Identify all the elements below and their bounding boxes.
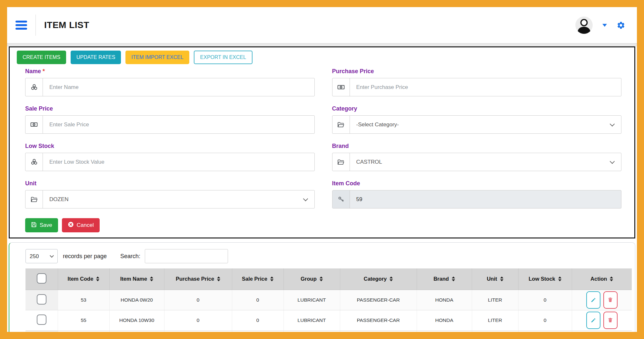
sort-icon: [217, 276, 220, 281]
edit-icon: [590, 297, 596, 303]
purchase-price-label: Purchase Price: [332, 68, 622, 75]
name-field-group: Name *: [25, 68, 315, 96]
unit-field-group: Unit DOZEN: [25, 180, 315, 208]
col-purchase-price[interactable]: Purchase Price: [164, 268, 232, 290]
category-field-group: Category -Select Category-: [332, 105, 622, 134]
edit-button[interactable]: [586, 312, 600, 329]
sort-icon: [320, 276, 323, 281]
cell-low-stock: 0: [518, 310, 572, 330]
delete-button[interactable]: [603, 291, 618, 309]
items-table: Item Code Item Name Purchase Price Sale …: [25, 268, 632, 339]
table-row: 55 HONDA 10W30 0 0 LUBRICANT PASSENGER-C…: [25, 310, 632, 330]
create-items-button[interactable]: CREATE ITEMS: [17, 51, 66, 64]
low-stock-label: Low Stock: [25, 143, 315, 150]
chevron-down-icon[interactable]: [602, 24, 607, 27]
sort-icon: [150, 276, 153, 281]
table-controls: 250 records per page Search:: [25, 249, 625, 263]
header: ITEM LIST: [7, 7, 637, 43]
records-per-page-label: records per page: [63, 253, 107, 260]
col-item-code[interactable]: Item Code: [58, 268, 109, 290]
sort-icon: [390, 276, 393, 281]
sort-icon: [500, 276, 503, 281]
folder-icon: [332, 153, 350, 171]
sort-icon: [452, 276, 455, 281]
unit-label: Unit: [25, 180, 315, 187]
export-in-excel-button[interactable]: EXPORT IN EXCEL: [194, 51, 253, 64]
cancel-icon: [68, 221, 74, 229]
brand-select[interactable]: CASTROL: [350, 153, 621, 171]
user-avatar[interactable]: [575, 16, 593, 34]
cell-item-name: HONDA 10W30: [109, 310, 164, 330]
cell-unit: LITER: [472, 310, 518, 330]
cell-group: LUBRICANT: [283, 310, 340, 330]
name-input[interactable]: [43, 78, 314, 96]
cell-category: PASSENGER-CAR: [340, 290, 417, 310]
sale-price-label: Sale Price: [25, 105, 315, 112]
sale-price-input[interactable]: [43, 116, 314, 133]
cell-brand: HONDA: [417, 310, 472, 330]
cell-low-stock: 0: [518, 290, 572, 310]
cell-item-name: HONDA 0W20: [109, 290, 164, 310]
cubes-icon: [25, 78, 43, 96]
search-input[interactable]: [145, 249, 228, 263]
col-brand[interactable]: Brand: [417, 268, 472, 290]
cell-purchase-price: 0: [164, 290, 232, 310]
required-asterisk: *: [43, 68, 45, 74]
item-import-excel-button[interactable]: ITEM IMPORT EXCEL: [125, 51, 189, 64]
col-group[interactable]: Group: [283, 268, 340, 290]
cell-sale-price: 0: [232, 310, 283, 330]
row-checkbox[interactable]: [37, 294, 46, 305]
cell-category: PASSENGER-CAR: [340, 310, 417, 330]
page-size-select[interactable]: 250: [25, 249, 58, 263]
save-button[interactable]: Save: [25, 218, 58, 232]
app-window: ITEM LIST CREATE ITEMS UPDATE RATES ITE: [0, 0, 644, 339]
header-actions: [575, 16, 625, 34]
select-all-checkbox[interactable]: [37, 273, 46, 284]
purchase-price-input[interactable]: [350, 78, 621, 96]
cell-brand: HONDA: [417, 290, 472, 310]
cell-purchase-price: 0: [164, 310, 232, 330]
col-low-stock[interactable]: Low Stock: [518, 268, 572, 290]
money-bill-icon: [25, 116, 43, 133]
edit-button[interactable]: [586, 291, 600, 309]
col-category[interactable]: Category: [340, 268, 417, 290]
col-action[interactable]: Action: [572, 268, 632, 290]
folder-icon: [332, 116, 350, 133]
col-unit[interactable]: Unit: [472, 268, 518, 290]
item-code-input: [350, 190, 621, 208]
cancel-button[interactable]: Cancel: [62, 218, 100, 232]
delete-button[interactable]: [603, 312, 618, 329]
brand-label: Brand: [332, 143, 622, 150]
settings-gear-icon[interactable]: [617, 21, 625, 30]
cell-item-code: 55: [58, 310, 109, 330]
cell-unit: LITER: [472, 290, 518, 310]
key-icon: [332, 190, 350, 208]
col-sale-price[interactable]: Sale Price: [232, 268, 283, 290]
sort-icon: [558, 276, 561, 281]
category-label: Category: [332, 105, 622, 112]
low-stock-input[interactable]: [43, 153, 314, 171]
category-select[interactable]: -Select Category-: [350, 116, 621, 133]
menu-icon[interactable]: [15, 21, 27, 30]
table-row-partial: [25, 330, 632, 339]
save-icon: [31, 222, 37, 229]
cell-group: LUBRICANT: [283, 290, 340, 310]
table-row: 53 HONDA 0W20 0 0 LUBRICANT PASSENGER-CA…: [25, 290, 632, 310]
item-code-label: Item Code: [332, 180, 622, 187]
edit-icon: [590, 317, 596, 323]
unit-select[interactable]: DOZEN: [43, 190, 314, 208]
folder-icon: [25, 190, 43, 208]
item-code-field-group: Item Code: [332, 180, 622, 208]
col-item-name[interactable]: Item Name: [109, 268, 164, 290]
item-form-panel: CREATE ITEMS UPDATE RATES ITEM IMPORT EX…: [9, 46, 635, 238]
row-checkbox[interactable]: [37, 315, 46, 325]
search-label: Search:: [120, 253, 140, 260]
delete-icon: [608, 297, 613, 303]
update-rates-button[interactable]: UPDATE RATES: [71, 51, 121, 64]
delete-icon: [608, 317, 613, 323]
toolbar: CREATE ITEMS UPDATE RATES ITEM IMPORT EX…: [17, 51, 621, 64]
money-bill-icon: [332, 78, 350, 96]
low-stock-field-group: Low Stock: [25, 143, 315, 171]
form-actions: Save Cancel: [17, 218, 621, 232]
sort-icon: [96, 276, 99, 281]
